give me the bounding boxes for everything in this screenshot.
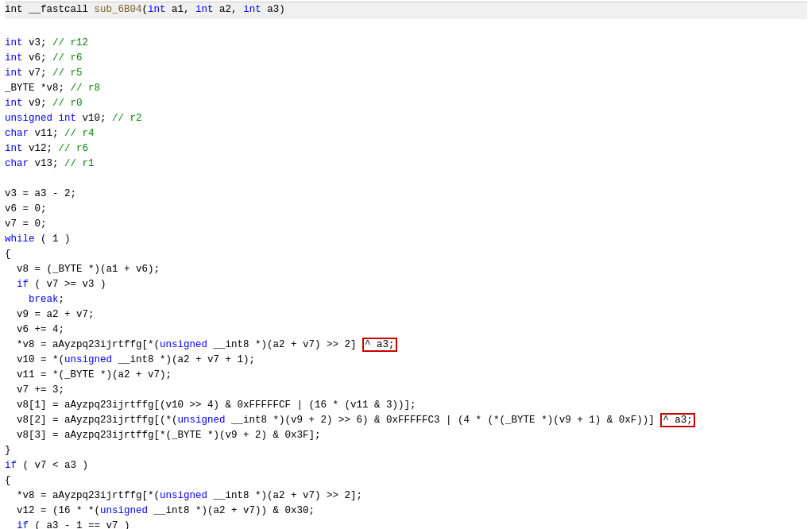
code-line: v3 = a3 - 2;	[5, 187, 807, 202]
code-line: {	[5, 247, 807, 262]
code-line: v9 = a2 + v7;	[5, 307, 807, 322]
code-line: int v3; // r12	[5, 36, 807, 51]
code-line: int v9; // r0	[5, 96, 807, 111]
code-line: *v8 = aAyzpq23ijrtffg[*(unsigned __int8 …	[5, 488, 807, 504]
code-line: char v11; // r4	[5, 126, 807, 141]
code-line	[5, 172, 807, 187]
code-line: v8[3] = aAyzpq23ijrtffg[*(_BYTE *)(v9 + …	[5, 428, 807, 443]
code-line: v10 = *(unsigned __int8 *)(a2 + v7 + 1);	[5, 353, 807, 368]
code-line: {	[5, 473, 807, 488]
code-line: int v12; // r6	[5, 141, 807, 156]
code-line: v6 += 4;	[5, 322, 807, 338]
code-line: break;	[5, 292, 807, 307]
code-line	[5, 21, 807, 36]
code-line: v7 = 0;	[5, 217, 807, 232]
code-line: v8[1] = aAyzpq23ijrtffg[(v10 >> 4) & 0xF…	[5, 398, 807, 413]
code-line: int v7; // r5	[5, 66, 807, 81]
code-line: if ( v7 >= v3 )	[5, 277, 807, 292]
code-editor: int __fastcall sub_6B04(int a1, int a2, …	[0, 0, 812, 529]
code-line: int v6; // r6	[5, 51, 807, 66]
code-line: char v13; // r1	[5, 156, 807, 172]
code-line: if ( v7 < a3 )	[5, 458, 807, 473]
code-line: v8 = (_BYTE *)(a1 + v6);	[5, 262, 807, 277]
code-line: while ( 1 )	[5, 232, 807, 247]
code-line: v12 = (16 * *(unsigned __int8 *)(a2 + v7…	[5, 504, 807, 519]
function-header: int __fastcall sub_6B04(int a1, int a2, …	[5, 2, 807, 19]
code-line: if ( a3 - 1 == v7 )	[5, 519, 807, 529]
code-line: *v8 = aAyzpq23ijrtffg[*(unsigned __int8 …	[5, 338, 807, 353]
code-line: v11 = *(_BYTE *)(a2 + v7);	[5, 368, 807, 383]
code-line: v7 += 3;	[5, 383, 807, 398]
code-line: v6 = 0;	[5, 202, 807, 217]
code-line: _BYTE *v8; // r8	[5, 81, 807, 96]
code-line: unsigned int v10; // r2	[5, 111, 807, 126]
code-line: v8[2] = aAyzpq23ijrtffg[(*(unsigned __in…	[5, 413, 807, 428]
code-line: }	[5, 443, 807, 458]
